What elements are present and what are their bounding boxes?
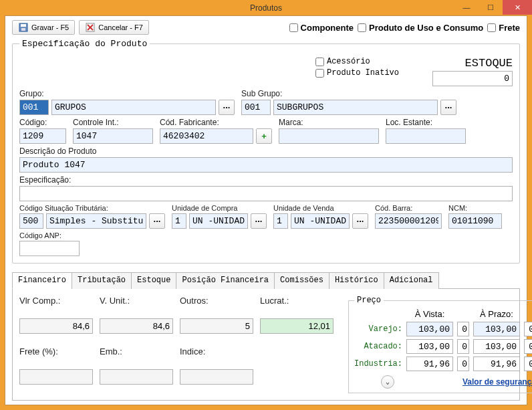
loc-label: Loc. Estante: bbox=[386, 118, 466, 127]
uso-consumo-checkbox[interactable]: Produto de Uso e Consumo bbox=[358, 23, 483, 33]
tab-panel-financeiro: Vlr Comp.: V. Unit.: Outros: Lucrat.: Fr… bbox=[12, 289, 520, 401]
industria-avista-input[interactable] bbox=[406, 356, 453, 371]
controle-label: Controle Int.: bbox=[73, 118, 153, 127]
cst-desc-input[interactable] bbox=[46, 213, 146, 229]
aprazo-header: À Prazo: bbox=[473, 309, 520, 319]
cst-lookup-button[interactable]: ··· bbox=[149, 213, 165, 229]
tab-comissoes[interactable]: Comissões bbox=[274, 272, 329, 289]
cancel-button[interactable]: Cancelar - F7 bbox=[79, 20, 149, 35]
codigo-input[interactable] bbox=[19, 128, 66, 144]
marca-input[interactable] bbox=[279, 128, 379, 144]
window-title: Produtos bbox=[0, 3, 532, 13]
tab-posicao-financeira[interactable]: Posição Financeira bbox=[176, 272, 275, 289]
preco-legend: Preço bbox=[354, 296, 384, 305]
svg-rect-2 bbox=[21, 28, 25, 31]
tab-financeiro[interactable]: Financeiro bbox=[12, 272, 72, 289]
varejo-avista-input[interactable] bbox=[406, 322, 453, 336]
industria-aprazo-input[interactable] bbox=[473, 356, 520, 371]
grupo-cod-input[interactable] bbox=[19, 100, 49, 115]
tab-tributacao[interactable]: Tributação bbox=[72, 272, 132, 289]
indice-input[interactable] bbox=[180, 369, 253, 385]
outros-label: Outros: bbox=[180, 296, 253, 314]
grupo-lookup-button[interactable]: ··· bbox=[219, 100, 235, 115]
save-icon bbox=[18, 22, 29, 33]
atacado-avista-input[interactable] bbox=[406, 339, 453, 354]
vunit-input[interactable] bbox=[100, 318, 173, 334]
uncompra-label: Unidade de Compra bbox=[172, 204, 267, 212]
subgrupo-lookup-button[interactable]: ··· bbox=[440, 100, 456, 115]
unvenda-qtd-input[interactable] bbox=[273, 213, 288, 229]
subgrupo-cod-input[interactable] bbox=[241, 100, 271, 115]
atacado-label: Atacado: bbox=[354, 342, 402, 351]
outros-input[interactable] bbox=[180, 318, 253, 334]
subgrupo-nome-input[interactable] bbox=[273, 100, 438, 115]
espec-label: Especificação: bbox=[19, 175, 513, 185]
indice-label: Indice: bbox=[180, 346, 253, 365]
codfab-add-button[interactable]: + bbox=[256, 128, 272, 144]
codfab-input[interactable] bbox=[160, 128, 253, 144]
componente-checkbox[interactable]: Componente bbox=[289, 23, 354, 33]
espec-input[interactable] bbox=[19, 186, 513, 201]
preco-fieldset: Preço À Vista:À Prazo: Varejo: Atacado: … bbox=[348, 296, 532, 393]
atacado-avista-ext[interactable] bbox=[457, 339, 469, 354]
estoque-label: ESTOQUE bbox=[465, 57, 513, 70]
inativo-checkbox[interactable]: Produto Inativo bbox=[315, 68, 399, 78]
desc-input[interactable] bbox=[19, 157, 513, 173]
marca-label: Marca: bbox=[279, 118, 379, 127]
cst-cod-input[interactable] bbox=[19, 213, 43, 229]
grupo-nome-input[interactable] bbox=[51, 100, 216, 115]
spec-fieldset: Especificação do Produto Acessório Produ… bbox=[12, 39, 520, 264]
varejo-label: Varejo: bbox=[354, 324, 402, 334]
varejo-aprazo-ext[interactable] bbox=[524, 322, 532, 336]
unvenda-input[interactable] bbox=[291, 213, 350, 229]
varejo-aprazo-input[interactable] bbox=[473, 322, 520, 336]
uncompra-input[interactable] bbox=[189, 213, 248, 229]
ncm-label: NCM: bbox=[448, 204, 502, 212]
uncompra-qtd-input[interactable] bbox=[172, 213, 186, 229]
tab-estoque[interactable]: Estoque bbox=[131, 272, 176, 289]
save-button[interactable]: Gravar - F5 bbox=[12, 20, 75, 35]
unvenda-lookup-button[interactable]: ··· bbox=[352, 213, 368, 229]
industria-avista-ext[interactable] bbox=[457, 356, 469, 371]
subgrupo-label: Sub Grupo: bbox=[241, 89, 456, 98]
acessorio-checkbox[interactable]: Acessório bbox=[315, 57, 399, 66]
valor-seguranca-link[interactable]: Valor de segurança bbox=[462, 377, 532, 387]
lucrat-label: Lucrat.: bbox=[260, 296, 334, 314]
emb-label: Emb.: bbox=[100, 346, 173, 365]
tab-historico[interactable]: Histórico bbox=[329, 272, 384, 289]
cancel-icon bbox=[85, 22, 96, 33]
desc-label: Descrição do Produto bbox=[19, 146, 513, 156]
atacado-aprazo-input[interactable] bbox=[473, 339, 520, 354]
close-button[interactable]: ✕ bbox=[503, 0, 532, 15]
lucrat-input[interactable] bbox=[260, 318, 334, 334]
codbarra-label: Cód. Barra: bbox=[375, 204, 442, 212]
vunit-label: V. Unit.: bbox=[100, 296, 173, 314]
tab-adicional[interactable]: Adicional bbox=[384, 272, 439, 289]
ncm-input[interactable] bbox=[448, 213, 502, 229]
uncompra-lookup-button[interactable]: ··· bbox=[251, 213, 267, 229]
loc-input[interactable] bbox=[386, 128, 466, 144]
svg-rect-1 bbox=[21, 24, 26, 27]
frete-checkbox[interactable]: Frete bbox=[487, 23, 520, 33]
tab-strip: Financeiro Tributação Estoque Posição Fi… bbox=[12, 272, 520, 289]
minimize-button[interactable]: — bbox=[454, 0, 479, 15]
vlrcomp-input[interactable] bbox=[19, 318, 93, 334]
maximize-button[interactable]: ☐ bbox=[479, 0, 503, 15]
avista-header: À Vista: bbox=[406, 309, 453, 319]
industria-label: Industria: bbox=[354, 359, 402, 369]
grupo-label: Grupo: bbox=[19, 89, 235, 98]
emb-input[interactable] bbox=[100, 369, 173, 385]
atacado-aprazo-ext[interactable] bbox=[524, 339, 532, 354]
fretepct-input[interactable] bbox=[19, 369, 93, 385]
expand-button[interactable]: ⌄ bbox=[381, 375, 394, 389]
estoque-value bbox=[432, 71, 513, 86]
codbarra-input[interactable] bbox=[375, 213, 442, 229]
fretepct-label: Frete (%): bbox=[19, 346, 93, 365]
unvenda-label: Unidade de Venda bbox=[273, 204, 368, 212]
vlrcomp-label: Vlr Comp.: bbox=[19, 296, 93, 314]
anp-input[interactable] bbox=[19, 241, 80, 256]
varejo-avista-ext[interactable] bbox=[457, 322, 469, 336]
industria-aprazo-ext[interactable] bbox=[524, 356, 532, 371]
controle-input[interactable] bbox=[73, 128, 153, 144]
spec-legend: Especificação do Produto bbox=[19, 39, 150, 49]
